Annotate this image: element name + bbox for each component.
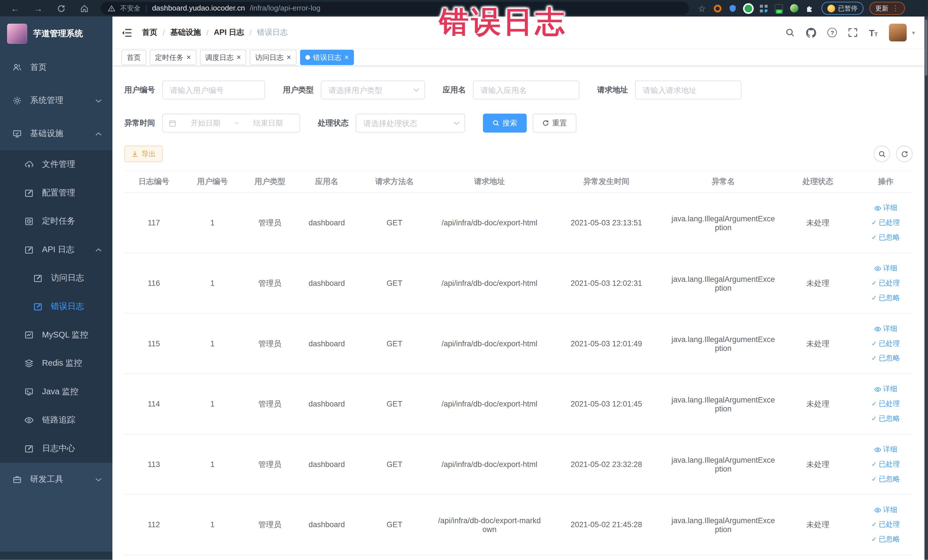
- detail-link[interactable]: 详细: [874, 263, 897, 273]
- eye-icon: [874, 386, 881, 393]
- sidebar-item-api-log[interactable]: API 日志: [0, 236, 112, 264]
- cell-exception-time: 2021-05-03 23:13:51: [545, 193, 667, 253]
- breadcrumb-api-log[interactable]: API 日志: [214, 27, 244, 38]
- tab-home[interactable]: 首页: [121, 50, 146, 65]
- table-row: 114 1 管理员 dashboard GET /api/infra/db-do…: [124, 374, 913, 435]
- breadcrumb-infrastructure[interactable]: 基础设施: [170, 27, 201, 38]
- exception-time-range-picker[interactable]: 开始日期 ~ 结束日期: [162, 113, 300, 132]
- refresh-table-button[interactable]: [896, 145, 913, 162]
- check-icon: ✓: [872, 536, 877, 543]
- eye-icon: [24, 415, 34, 425]
- close-icon[interactable]: ×: [286, 55, 291, 61]
- cell-method: GET: [355, 314, 434, 374]
- extension-on-badge-icon[interactable]: on: [774, 3, 784, 13]
- extension-shield-icon[interactable]: [728, 3, 737, 13]
- bookmark-star-icon[interactable]: ☆: [697, 3, 707, 13]
- toggle-search-button[interactable]: [873, 145, 890, 162]
- security-label[interactable]: 不安全: [120, 4, 140, 12]
- gear-icon: [12, 96, 22, 105]
- sidebar-item-trace[interactable]: 链路追踪: [0, 406, 112, 435]
- user-id-input[interactable]: [162, 81, 265, 99]
- cell-request-url: /api/infra/db-doc/export-html: [434, 314, 545, 374]
- hamburger-fold-icon[interactable]: [122, 28, 132, 37]
- request-url-input[interactable]: [635, 81, 742, 99]
- tab-schedule-log[interactable]: 调度日志 ×: [200, 50, 246, 65]
- mark-processed-link[interactable]: ✓ 已处理: [872, 339, 900, 349]
- export-button[interactable]: 导出: [124, 145, 163, 162]
- mark-ignored-link[interactable]: ✓ 已忽略: [872, 354, 900, 363]
- mark-processed-link[interactable]: ✓ 已处理: [872, 459, 900, 469]
- warning-triangle-icon: [108, 5, 116, 12]
- sidebar-item-file-management[interactable]: 文件管理: [0, 150, 112, 179]
- cell-method: GET: [355, 253, 434, 313]
- user-avatar[interactable]: [889, 24, 907, 41]
- sidebar-item-java-monitor[interactable]: Java 监控: [0, 378, 112, 406]
- home-icon[interactable]: [80, 4, 89, 12]
- paused-badge[interactable]: 已暂停: [821, 2, 864, 15]
- forward-icon[interactable]: →: [34, 4, 43, 12]
- sidebar-item-config-management[interactable]: 配置管理: [0, 179, 112, 208]
- close-icon[interactable]: ×: [344, 55, 349, 61]
- detail-link[interactable]: 详细: [874, 203, 897, 213]
- sidebar-item-access-log[interactable]: 访问日志: [0, 264, 112, 292]
- process-status-label: 处理状态: [318, 118, 356, 128]
- breadcrumb-home[interactable]: 首页: [142, 27, 157, 38]
- browser-nav-buttons: ← →: [6, 4, 93, 12]
- detail-link[interactable]: 详细: [874, 384, 897, 394]
- cell-exception-name: java.lang.IllegalArgumentException: [667, 435, 779, 494]
- sidebar-item-log-center[interactable]: 日志中心: [0, 435, 112, 463]
- detail-link[interactable]: 详细: [874, 324, 897, 334]
- update-button[interactable]: 更新 ⋮: [870, 2, 905, 15]
- app-name-input[interactable]: [473, 81, 579, 99]
- back-icon[interactable]: ←: [11, 4, 20, 12]
- search-icon[interactable]: [786, 28, 795, 37]
- extension-green-circle-icon[interactable]: [743, 3, 753, 13]
- mark-ignored-link[interactable]: ✓ 已忽略: [872, 474, 900, 484]
- tab-access-log[interactable]: 访问日志 ×: [250, 50, 296, 65]
- scrollbar-thumb[interactable]: [925, 20, 927, 76]
- fullscreen-icon[interactable]: [849, 28, 858, 37]
- kebab-menu-icon[interactable]: ⋮: [892, 5, 899, 12]
- github-icon[interactable]: [806, 27, 816, 37]
- mark-ignored-link[interactable]: ✓ 已忽略: [872, 232, 900, 243]
- sidebar-item-error-log[interactable]: 错误日志: [0, 292, 112, 321]
- mark-processed-link[interactable]: ✓ 已处理: [872, 519, 900, 529]
- extension-puzzle-icon[interactable]: [805, 3, 814, 13]
- sidebar-item-infrastructure[interactable]: 基础设施: [0, 117, 112, 150]
- tab-error-log[interactable]: 错误日志 ×: [300, 50, 354, 65]
- search-button[interactable]: 搜索: [483, 113, 527, 132]
- mark-processed-link[interactable]: ✓ 已处理: [872, 218, 900, 227]
- sidebar-item-scheduled-tasks[interactable]: 定时任务: [0, 207, 112, 236]
- mark-ignored-link[interactable]: ✓ 已忽略: [872, 534, 900, 544]
- sidebar-lower-section: 研发工具: [0, 463, 112, 560]
- sidebar-item-redis-monitor[interactable]: Redis 监控: [0, 349, 112, 378]
- reset-button[interactable]: 重置: [533, 113, 577, 132]
- detail-link[interactable]: 详细: [874, 505, 897, 515]
- sidebar-logo-row[interactable]: 芋道管理系统: [0, 17, 112, 51]
- user-type-select[interactable]: [321, 81, 425, 99]
- mark-processed-link[interactable]: ✓ 已处理: [872, 278, 900, 288]
- sidebar-item-system-management[interactable]: 系统管理: [0, 84, 112, 117]
- address-bar[interactable]: 不安全 | dashboard.yudao.iocoder.cn/infra/l…: [101, 2, 689, 15]
- avatar-caret-down-icon[interactable]: ▾: [912, 29, 915, 36]
- font-size-icon[interactable]: TT: [869, 28, 878, 37]
- sidebar-item-home[interactable]: 首页: [0, 51, 112, 84]
- tab-scheduled-tasks[interactable]: 定时任务 ×: [150, 50, 196, 65]
- mark-ignored-link[interactable]: ✓ 已忽略: [872, 293, 900, 303]
- people-icon: [12, 63, 22, 72]
- help-doc-icon[interactable]: ?: [827, 28, 837, 37]
- reload-icon[interactable]: [57, 4, 66, 12]
- close-icon[interactable]: ×: [186, 55, 191, 61]
- brand-title: 芋道管理系统: [33, 29, 83, 39]
- extension-orange-icon[interactable]: [713, 3, 722, 13]
- mark-ignored-link[interactable]: ✓ 已忽略: [872, 414, 900, 424]
- sidebar-item-mysql-monitor[interactable]: MySQL 监控: [0, 320, 112, 349]
- extension-grid-icon[interactable]: [759, 3, 768, 13]
- detail-link[interactable]: 详细: [874, 444, 897, 455]
- extension-leaf-icon[interactable]: [790, 3, 799, 13]
- window-scrollbar[interactable]: [925, 17, 928, 560]
- close-icon[interactable]: ×: [237, 55, 241, 61]
- mark-processed-link[interactable]: ✓ 已处理: [872, 399, 900, 409]
- sidebar-item-dev-tools[interactable]: 研发工具: [0, 463, 112, 496]
- process-status-select[interactable]: [356, 113, 465, 132]
